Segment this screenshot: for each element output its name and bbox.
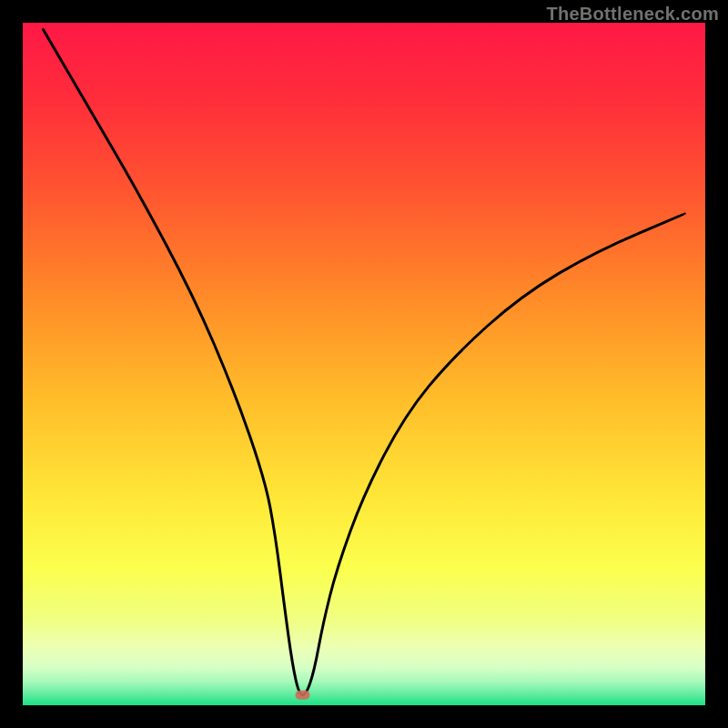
gradient-background [23,23,705,705]
plot-area [23,23,705,705]
chart-stage: TheBottleneck.com [0,0,728,728]
watermark-text: TheBottleneck.com [546,4,719,25]
chart-svg [23,23,705,705]
optimal-marker [296,691,310,700]
